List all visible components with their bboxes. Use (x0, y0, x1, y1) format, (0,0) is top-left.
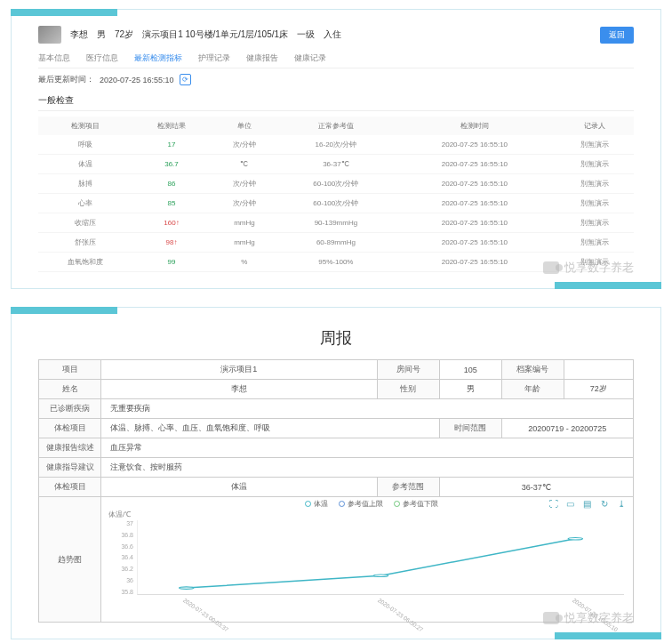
back-button[interactable]: 返回 (600, 27, 634, 44)
last-update-label: 最后更新时间： (38, 74, 94, 85)
patient-detail-panel: 李想 男 72岁 演示项目1 10号楼/1单元/1层/105/1床 一级 入住 … (11, 9, 661, 289)
last-update-row: 最后更新时间： 2020-07-25 16:55:10 ⟳ (38, 74, 634, 85)
y-ticks: 3736.836.636.436.23635.8 (107, 520, 133, 595)
table-row: 心率85次/分钟60-100次/分钟2020-07-25 16:55:10別無演… (38, 194, 634, 213)
tab-4[interactable]: 健康报告 (246, 52, 278, 64)
vitals-table: 检测项目检测结果单位正常参考值检测时间记录人 呼吸17次/分钟16-20次/分钟… (38, 117, 634, 272)
plot-area (137, 520, 624, 595)
patient-location: 演示项目1 10号楼/1单元/1层/105/1床 (142, 28, 288, 41)
avatar (38, 26, 61, 44)
table-row: 脉搏86次/分钟60-100次/分钟2020-07-25 16:55:10別無演… (38, 174, 634, 194)
last-update-time: 2020-07-25 16:55:10 (100, 76, 174, 84)
trend-label: 趋势图 (39, 497, 101, 623)
svg-point-2 (568, 538, 582, 540)
patient-header: 李想 男 72岁 演示项目1 10号楼/1单元/1层/105/1床 一级 入住 … (38, 26, 634, 44)
table-row: 呼吸17次/分钟16-20次/分钟2020-07-25 16:55:10別無演示 (38, 135, 634, 155)
patient-level: 一级 (297, 28, 315, 41)
table-row: 体温36.7℃36-37℃2020-07-25 16:55:10別無演示 (38, 155, 634, 174)
table-row: 收缩压160↑mmHg90-139mmHg2020-07-25 16:55:10… (38, 213, 634, 233)
watermark: 悦享数字养老 (543, 610, 634, 626)
save-icon[interactable]: ▭ (565, 499, 575, 509)
tab-5[interactable]: 健康记录 (294, 52, 326, 64)
wechat-icon (543, 261, 559, 274)
wechat-icon (543, 612, 559, 624)
legend-dot-icon (305, 501, 311, 507)
patient-status: 入住 (324, 28, 341, 41)
legend-dot-icon (394, 501, 400, 507)
tab-3[interactable]: 护理记录 (198, 52, 230, 64)
watermark: 悦享数字养老 (543, 260, 634, 276)
patient-age: 72岁 (115, 28, 133, 41)
refresh-chart-icon[interactable]: ↻ (599, 499, 609, 509)
legend-dot-icon (339, 501, 345, 507)
svg-point-0 (179, 587, 193, 589)
chart-toolbar: ⛶ ▭ ▤ ↻ ⤓ (548, 499, 626, 509)
tab-bar: 基本信息医疗信息最新检测指标护理记录健康报告健康记录 (38, 52, 634, 68)
svg-point-1 (373, 575, 388, 576)
weekly-report-panel: 周报 项目演示项目1 房间号105 档案编号 姓名李想 性别男 年龄72岁 已诊… (11, 307, 661, 639)
patient-gender: 男 (97, 28, 106, 41)
data-icon[interactable]: ▤ (582, 499, 592, 509)
section-title: 一般检查 (38, 94, 634, 111)
tab-1[interactable]: 医疗信息 (86, 52, 118, 64)
table-row: 舒张压98↑mmHg60-89mmHg2020-07-25 16:55:10別無… (38, 233, 634, 253)
refresh-icon[interactable]: ⟳ (180, 74, 191, 85)
tab-0[interactable]: 基本信息 (38, 52, 70, 64)
report-title: 周报 (38, 327, 634, 349)
y-axis-label: 体温/℃ (108, 510, 131, 519)
trend-chart: 体温 参考值上限 参考值下限 ⛶ ▭ ▤ ↻ ⤓ 体温/℃ 3736.836.6… (101, 497, 633, 622)
download-icon[interactable]: ⤓ (616, 499, 626, 509)
patient-name: 李想 (70, 28, 88, 41)
zoom-icon[interactable]: ⛶ (548, 499, 558, 509)
tab-2[interactable]: 最新检测指标 (134, 52, 182, 64)
report-table: 项目演示项目1 房间号105 档案编号 姓名李想 性别男 年龄72岁 已诊断疾病… (38, 359, 634, 623)
